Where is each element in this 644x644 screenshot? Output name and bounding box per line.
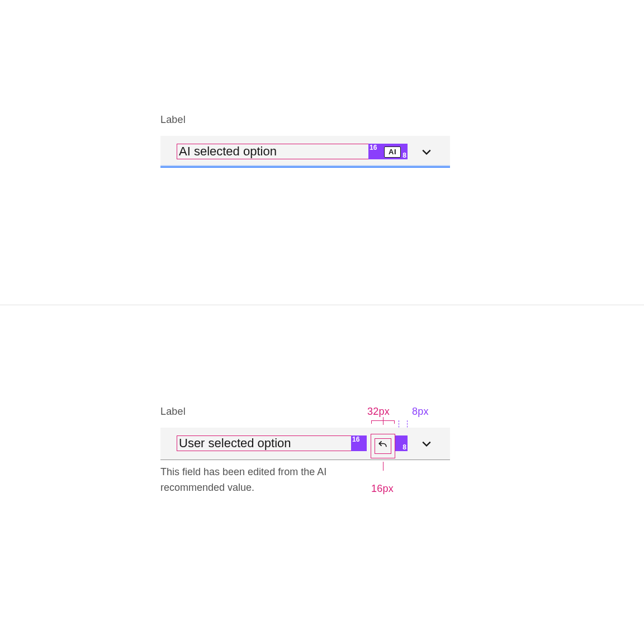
spacing-value-16: 16 (352, 435, 359, 443)
spacing-value-8: 8 (402, 443, 406, 451)
revert-button[interactable] (375, 438, 391, 454)
spacing-annotation-16: 16 (351, 435, 367, 451)
field-label: Label (160, 406, 450, 418)
dimension-8px: 8px (412, 406, 429, 418)
chevron-down-icon[interactable] (421, 438, 432, 449)
dimension-32px: 32px (367, 406, 390, 418)
dropdown-value: AI selected option (177, 144, 369, 159)
revert-button-spec-box (371, 434, 395, 458)
dropdown-user-selected[interactable]: User selected option 16 8 (160, 428, 450, 460)
dropdown-group-ai: Label AI selected option 16 AI 8 (160, 114, 450, 168)
dimension-16px: 16px (371, 483, 394, 495)
dimension-tick (383, 417, 383, 425)
spec-panel-ai: Label AI selected option 16 AI 8 (0, 0, 644, 305)
dropdown-ai-selected[interactable]: AI selected option 16 AI 8 (160, 136, 450, 168)
spacing-annotation: 16 AI 8 (368, 144, 408, 159)
undo-icon (377, 439, 389, 453)
dropdown-group-user: Label 32px 8px User selected option 16 (160, 406, 450, 496)
ai-tag: AI (384, 146, 401, 158)
spacing-value-8: 8 (402, 151, 406, 159)
spacing-value-16: 16 (370, 144, 377, 151)
spacing-annotation-8: 8 (395, 435, 408, 451)
dimension-tick (383, 462, 383, 471)
field-label: Label (160, 114, 450, 126)
helper-text: This field has been edited from the AI r… (160, 465, 363, 496)
dropdown-value: User selected option (177, 435, 352, 451)
chevron-down-icon[interactable] (421, 146, 432, 158)
spec-panel-user: Label 32px 8px User selected option 16 (0, 305, 644, 644)
